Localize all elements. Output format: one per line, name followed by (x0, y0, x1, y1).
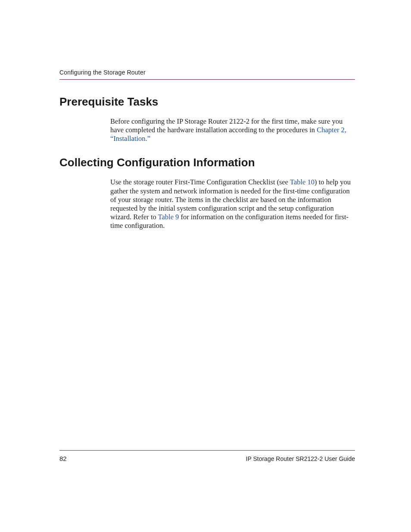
paragraph-prereq: Before configuring the IP Storage Router… (110, 117, 355, 143)
page-header: Configuring the Storage Router (59, 69, 355, 80)
heading-prerequisite-tasks: Prerequisite Tasks (59, 95, 355, 109)
link-table-10[interactable]: Table 10 (290, 178, 314, 186)
text-run: Before configuring the IP Storage Router… (110, 117, 342, 134)
section-prerequisite-tasks: Prerequisite Tasks Before configuring th… (59, 95, 355, 143)
heading-collecting-config-info: Collecting Configuration Information (59, 156, 355, 169)
page-number: 82 (59, 455, 67, 462)
header-section-title: Configuring the Storage Router (59, 69, 355, 76)
paragraph-collecting: Use the storage router First-Time Config… (110, 178, 355, 230)
document-page: Configuring the Storage Router Prerequis… (0, 0, 411, 532)
link-table-9[interactable]: Table 9 (158, 213, 179, 221)
footer-doc-title: IP Storage Router SR2122-2 User Guide (246, 455, 355, 462)
section-collecting-config-info: Collecting Configuration Information Use… (59, 156, 355, 230)
text-run: Use the storage router First-Time Config… (110, 178, 290, 186)
page-footer: 82 IP Storage Router SR2122-2 User Guide (59, 450, 355, 462)
